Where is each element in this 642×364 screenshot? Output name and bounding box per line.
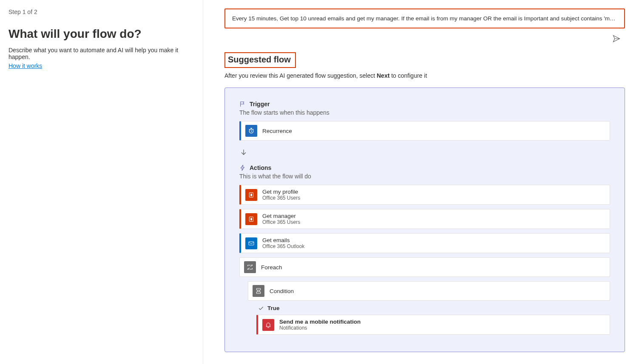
action-card-service: Office 365 Users	[262, 219, 300, 225]
suggested-flow-sub-suffix: to configure it	[389, 72, 427, 79]
step-label: Step 1 of 2	[9, 8, 194, 15]
action-card-notification[interactable]: Send me a mobile notification Notificati…	[256, 315, 610, 335]
office-users-icon	[245, 213, 257, 225]
svg-rect-5	[249, 242, 254, 245]
clock-icon	[245, 125, 257, 137]
suggested-flow-heading: Suggested flow	[228, 55, 291, 65]
action-card-title: Send me a mobile notification	[279, 319, 361, 325]
suggested-flow-sub: After you review this AI generated flow …	[224, 72, 625, 79]
suggested-flow-heading-box: Suggested flow	[224, 52, 296, 68]
action-card-get-my-profile[interactable]: Get my profile Office 365 Users	[239, 185, 610, 205]
trigger-section-head: Trigger	[239, 101, 610, 107]
send-icon	[612, 34, 621, 43]
check-icon	[258, 305, 264, 311]
page-subtitle: Describe what you want to automate and A…	[9, 47, 194, 60]
action-card-service: Notifications	[279, 325, 361, 331]
foreach-card-title: Foreach	[261, 264, 282, 271]
action-card-title: Get emails	[262, 237, 304, 243]
branch-true-text: True	[267, 305, 280, 311]
condition-icon	[253, 285, 264, 297]
action-card-get-emails[interactable]: Get emails Office 365 Outlook	[239, 233, 610, 253]
loop-icon	[244, 261, 256, 273]
actions-section-sub: This is what the flow will do	[239, 173, 610, 180]
action-card-title: Get my profile	[262, 189, 300, 195]
flag-icon	[239, 101, 246, 107]
foreach-card[interactable]: Foreach	[239, 257, 610, 277]
flow-canvas: Trigger The flow starts when this happen…	[224, 87, 625, 352]
trigger-card-recurrence[interactable]: Recurrence	[239, 121, 610, 141]
suggested-flow-sub-bold: Next	[377, 72, 389, 79]
action-card-service: Office 365 Users	[262, 195, 300, 201]
condition-card-title: Condition	[270, 288, 294, 294]
condition-card[interactable]: Condition	[248, 281, 610, 301]
trigger-card-title: Recurrence	[262, 128, 292, 134]
svg-rect-7	[256, 292, 260, 293]
arrow-down-icon	[239, 145, 610, 164]
send-button[interactable]	[611, 33, 622, 45]
svg-rect-6	[256, 288, 260, 290]
actions-section-title: Actions	[250, 164, 271, 171]
how-it-works-link[interactable]: How it works	[9, 62, 42, 69]
office-users-icon	[245, 189, 257, 201]
bolt-icon	[239, 164, 246, 171]
trigger-section-title: Trigger	[250, 101, 270, 107]
bell-icon	[262, 319, 274, 331]
branch-true-label: True	[258, 305, 610, 311]
action-card-title: Get manager	[262, 213, 300, 219]
action-card-service: Office 365 Outlook	[262, 243, 304, 249]
actions-section-head: Actions	[239, 164, 610, 171]
svg-rect-2	[250, 194, 252, 196]
svg-rect-4	[250, 218, 252, 220]
suggested-flow-sub-prefix: After you review this AI generated flow …	[224, 72, 377, 79]
outlook-icon	[245, 237, 257, 249]
page-title: What will your flow do?	[9, 27, 194, 41]
prompt-input[interactable]: Every 15 minutes, Get top 10 unread emai…	[224, 8, 625, 28]
action-card-get-manager[interactable]: Get manager Office 365 Users	[239, 209, 610, 229]
trigger-section-sub: The flow starts when this happens	[239, 109, 610, 116]
